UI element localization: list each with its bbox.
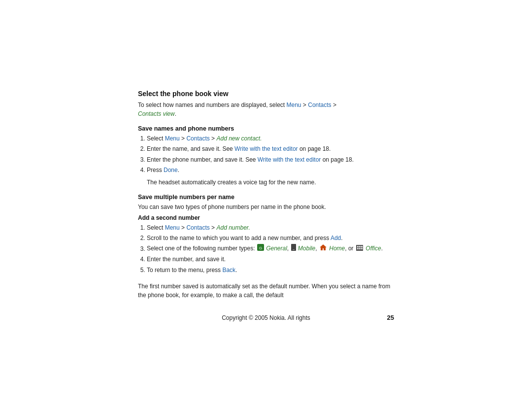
step3-3-office: Office <box>366 245 381 252</box>
step2-4-after: . <box>178 167 179 173</box>
step3-1-contacts[interactable]: Contacts <box>186 224 209 231</box>
subsection-title: Add a second number <box>138 214 394 221</box>
step3-1-addnum[interactable]: Add number. <box>216 224 250 231</box>
step3-1-menu[interactable]: Menu <box>165 224 180 231</box>
step3-4-text: Enter the number, and save it. <box>147 256 226 263</box>
svg-rect-10 <box>359 248 361 249</box>
section-phone-book-view: Select the phone book view To select how… <box>138 90 394 118</box>
step3-1: Select Menu > Contacts > Add number. <box>147 223 394 233</box>
trailing-text: The first number saved is automatically … <box>138 282 394 300</box>
step2-1-addnew[interactable]: Add new contact. <box>216 135 262 142</box>
step2-2-after: on page 18. <box>298 145 331 152</box>
step3-3-comma2: , <box>315 245 319 252</box>
step3-1-sep2: > <box>210 224 217 231</box>
step3-3-or: or <box>348 245 355 252</box>
svg-rect-3 <box>293 249 295 250</box>
step3-2-text: Scroll to the name to which you want to … <box>147 235 331 241</box>
svg-rect-9 <box>357 248 359 249</box>
section1-desc-text: To select how names and numbers are disp… <box>138 102 287 108</box>
step2-1-sep2: > <box>210 135 217 142</box>
home-icon <box>319 244 327 254</box>
step3-1-text: Select <box>147 224 165 231</box>
section1-description: To select how names and numbers are disp… <box>138 101 394 118</box>
contacts-view-link[interactable]: Contacts view <box>138 110 175 117</box>
step2-3: Enter the phone number, and save it. See… <box>147 155 394 165</box>
step2-1-contacts[interactable]: Contacts <box>186 135 209 142</box>
copyright-text: Copyright © 2005 Nokia. All rights <box>222 314 310 321</box>
section-trailing: The first number saved is automatically … <box>138 282 394 300</box>
sep1-1: > <box>301 102 308 108</box>
section1-title: Select the phone book view <box>138 90 394 98</box>
section3-title: Save multiple numbers per name <box>138 194 394 201</box>
step2-1-menu[interactable]: Menu <box>165 135 180 142</box>
page-footer: Copyright © 2005 Nokia. All rights 25 <box>138 314 394 321</box>
section2-steps: Select Menu > Contacts > Add new contact… <box>147 134 394 175</box>
section3-description: You can save two types of phone numbers … <box>138 203 394 211</box>
step2-1-sep1: > <box>180 135 187 142</box>
step3-4: Enter the number, and save it. <box>147 255 394 264</box>
step3-3-home: Home <box>329 245 345 252</box>
svg-marker-4 <box>320 244 327 250</box>
step2-4-link[interactable]: Done <box>164 167 178 173</box>
svg-rect-8 <box>361 246 363 247</box>
step3-3-mobile: Mobile <box>298 245 315 252</box>
step3-1-sep1: > <box>180 224 187 231</box>
step2-1: Select Menu > Contacts > Add new contact… <box>147 134 394 143</box>
step2-3-text: Enter the phone number, and save it. See <box>147 156 258 163</box>
step2-3-after: on page 18. <box>321 156 354 163</box>
step3-2: Scroll to the name to which you want to … <box>147 234 394 243</box>
step2-2-text: Enter the name, and save it. See <box>147 145 234 152</box>
step3-3-after: . <box>381 245 383 252</box>
period1: . <box>175 110 176 117</box>
contacts-link-1[interactable]: Contacts <box>308 102 331 108</box>
step3-3: Select one of the following number types… <box>147 244 394 254</box>
step3-2-after: . <box>341 235 342 241</box>
step2-1-text: Select <box>147 135 165 142</box>
section3-steps: Select Menu > Contacts > Add number. Scr… <box>147 223 394 275</box>
step3-3-comma1: , <box>287 245 291 252</box>
section2-note: The headset automatically creates a voic… <box>138 178 394 187</box>
step3-5: To return to the menu, press Back. <box>147 266 394 275</box>
svg-rect-11 <box>361 248 363 249</box>
step3-5-after: . <box>235 267 237 274</box>
step2-2: Enter the name, and save it. See Write w… <box>147 144 394 154</box>
svg-rect-6 <box>357 246 359 247</box>
step2-4-text: Press <box>147 167 164 173</box>
page-content: Select the phone book view To select how… <box>138 80 394 331</box>
step3-3-comma3: , <box>345 245 346 252</box>
step3-5-back[interactable]: Back <box>222 267 235 274</box>
svg-text:G: G <box>259 246 262 250</box>
step3-3-before: Select one of the following number types… <box>147 245 257 252</box>
office-icon <box>356 244 364 254</box>
svg-rect-7 <box>359 246 361 247</box>
sep1-2: > <box>332 102 336 108</box>
step3-2-add[interactable]: Add <box>331 235 341 241</box>
section-save-names: Save names and phone numbers Select Menu… <box>138 125 394 187</box>
step2-2-link[interactable]: Write with the text editor <box>234 145 298 152</box>
general-icon: G <box>257 244 264 254</box>
step3-3-general: General <box>266 245 287 252</box>
mobile-icon <box>291 244 296 254</box>
step2-4: Press Done. <box>147 166 394 175</box>
step2-3-link[interactable]: Write with the text editor <box>258 156 321 163</box>
section2-title: Save names and phone numbers <box>138 125 394 132</box>
page-number: 25 <box>387 314 394 321</box>
menu-link-1[interactable]: Menu <box>287 102 301 108</box>
section-multiple-numbers: Save multiple numbers per name You can s… <box>138 194 394 275</box>
step3-5-text: To return to the menu, press <box>147 267 222 274</box>
